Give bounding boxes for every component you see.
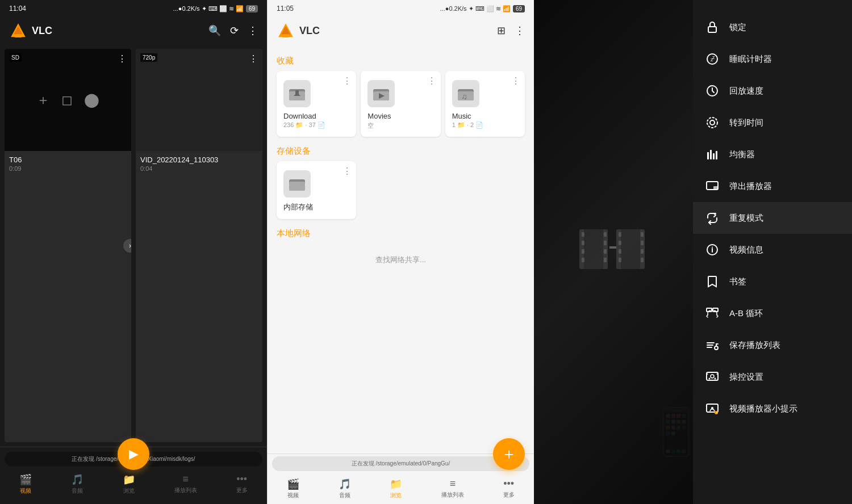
menu-item-speed[interactable]: 回放速度 — [693, 75, 852, 107]
svg-rect-40 — [641, 249, 644, 254]
left-time: 11:04 — [9, 5, 26, 12]
video-grid: SD ⋮ ＋ ◻ ⬤ › T06 0:09 720p ⋮ VID_2022012… — [0, 44, 267, 447]
add-fab[interactable]: ＋ — [493, 438, 525, 470]
playback-speed-icon — [704, 83, 720, 99]
mid-panel: 11:05 ...●0.2K/s ✦ ⌨ ⬜ ≋ 📶 69 VLC ⊞ ⋮ 收藏 — [267, 0, 534, 504]
svg-rect-37 — [619, 258, 621, 262]
menu-item-goto[interactable]: 转到时间 — [693, 107, 852, 138]
folder-download-more[interactable]: ⋮ — [343, 75, 352, 86]
svg-rect-39 — [641, 241, 644, 245]
svg-rect-7 — [282, 36, 290, 37]
stop-icon: ◻ — [61, 92, 73, 108]
left-tab-browse[interactable]: 📁 浏览 — [118, 471, 140, 497]
menu-lock-label: 锁定 — [729, 22, 746, 33]
folder-music[interactable]: ♫ Music 1 📁 · 2 📄 ⋮ — [445, 71, 525, 137]
menu-info-label: 视频信息 — [729, 245, 763, 255]
mid-more-icon[interactable]: ⋮ — [515, 24, 525, 37]
goto-time-icon — [704, 115, 720, 131]
mid-tab-browse[interactable]: 📁 浏览 — [385, 476, 407, 502]
svg-rect-34 — [619, 232, 621, 237]
video-card-1[interactable]: SD ⋮ ＋ ◻ ⬤ › T06 0:09 — [5, 49, 131, 442]
mid-bottom-tabs: 🎬 视频 🎵 音频 📁 浏览 ≡ 播放列表 ••• 更多 — [268, 473, 534, 504]
left-tab-audio[interactable]: 🎵 音频 — [66, 471, 88, 497]
more-icon[interactable]: ⋮ — [248, 24, 258, 37]
menu-popup-label: 弹出播放器 — [729, 181, 772, 192]
grid-view-icon[interactable]: ⊞ — [497, 24, 506, 37]
video-more-btn-2[interactable]: ⋮ — [249, 53, 258, 64]
folder-movies-more[interactable]: ⋮ — [427, 75, 436, 86]
left-tab-video[interactable]: 🎬 视频 — [15, 471, 36, 497]
menu-item-bookmark[interactable]: 书签 — [693, 266, 852, 297]
next-btn[interactable]: › — [123, 239, 131, 253]
svg-point-49 — [710, 120, 715, 125]
mid-tab-playlist[interactable]: ≡ 播放列表 — [437, 476, 469, 502]
favorites-section-title: 收藏 — [277, 56, 525, 66]
repeat-mode-icon — [704, 210, 720, 226]
menu-item-sleep[interactable]: z z 睡眠计时器 — [693, 43, 852, 75]
video-name-2: VID_20220124_110303 — [140, 156, 258, 164]
history-icon[interactable]: ⟳ — [230, 24, 239, 37]
folder-internal[interactable]: 内部存储 ⋮ — [277, 161, 356, 219]
svg-rect-24 — [582, 241, 584, 245]
svg-point-48 — [707, 117, 717, 128]
menu-panel: 锁定 z z 睡眠计时器 回放速度 — [693, 0, 852, 504]
svg-rect-41 — [641, 258, 644, 262]
folder-movies[interactable]: Movies 空 ⋮ — [361, 71, 440, 137]
bg-phone-icon: 📱 — [648, 405, 693, 459]
mid-tab-video-icon: 🎬 — [287, 478, 299, 490]
video-badge-1: SD — [9, 53, 22, 62]
storage-folder-grid: 内部存储 ⋮ — [277, 161, 525, 219]
mid-tab-video[interactable]: 🎬 视频 — [282, 476, 304, 502]
svg-rect-42 — [609, 246, 616, 249]
folder-movies-name: Movies — [367, 112, 391, 120]
left-tab-playlist-icon: ≡ — [183, 473, 189, 485]
menu-item-saveplaylist[interactable]: 保存播放列表 — [693, 329, 852, 361]
mid-tab-more[interactable]: ••• 更多 — [499, 476, 519, 502]
video-duration-1: 0:09 — [9, 165, 127, 172]
left-tab-more[interactable]: ••• 更多 — [232, 471, 252, 497]
svg-rect-2 — [15, 34, 21, 36]
svg-rect-29 — [604, 249, 607, 254]
folder-internal-more[interactable]: ⋮ — [343, 166, 352, 177]
mid-bottom-status: 正在发现 /storage/emulated/0/PangGu/ — [272, 456, 529, 471]
svg-rect-53 — [716, 151, 717, 159]
left-tab-browse-icon: 📁 — [123, 473, 135, 486]
mid-tab-browse-label: 浏览 — [390, 492, 402, 499]
vlc-cone-icon — [9, 22, 27, 40]
video-bg-visual — [574, 218, 653, 286]
menu-item-popup[interactable]: 弹出播放器 — [693, 170, 852, 202]
svg-rect-23 — [582, 232, 584, 237]
mid-vlc-cone-icon — [277, 22, 295, 40]
video-controls-1: ＋ ◻ ⬤ — [36, 91, 99, 109]
menu-item-controls[interactable]: 操控设置 — [693, 361, 852, 393]
mid-time: 11:05 — [277, 5, 294, 12]
save-playlist-icon — [704, 337, 720, 353]
menu-item-lock[interactable]: 锁定 — [693, 11, 852, 43]
menu-item-abloop[interactable]: A-B 循环 — [693, 297, 852, 329]
folder-music-more[interactable]: ⋮ — [511, 75, 520, 86]
svg-rect-50 — [707, 152, 709, 159]
folder-download[interactable]: Download 236 📁 · 37 📄 ⋮ — [277, 71, 356, 137]
menu-item-tips[interactable]: ✦ 视频播放器小提示 — [693, 393, 852, 425]
svg-rect-27 — [604, 232, 607, 237]
svg-rect-19 — [289, 182, 305, 191]
mid-tab-audio[interactable]: 🎵 音频 — [334, 476, 356, 502]
search-icon[interactable]: 🔍 — [208, 24, 221, 37]
left-header-icons: 🔍 ⟳ ⋮ — [208, 24, 258, 37]
video-more-btn-1[interactable]: ⋮ — [118, 53, 127, 64]
svg-rect-51 — [710, 150, 712, 159]
menu-item-info[interactable]: 视频信息 — [693, 234, 852, 266]
left-tab-playlist[interactable]: ≡ 播放列表 — [170, 471, 202, 497]
play-fab[interactable]: ▶ — [118, 438, 149, 470]
video-info-2: VID_20220124_110303 0:04 — [136, 151, 262, 177]
svg-point-68 — [711, 375, 714, 378]
left-panel: 11:04 ...●0.2K/s ✦ ⌨ ⬜ ≋ 📶 69 VLC 🔍 ⟳ ⋮ — [0, 0, 267, 504]
mid-tab-more-icon: ••• — [503, 478, 514, 490]
menu-item-repeat[interactable]: 重复模式 — [693, 202, 852, 234]
menu-speed-label: 回放速度 — [729, 86, 763, 96]
mid-bottom-bar: 正在发现 /storage/emulated/0/PangGu/ 🎬 视频 🎵 … — [268, 453, 534, 504]
menu-item-equalizer[interactable]: 均衡器 — [693, 138, 852, 170]
mid-tab-browse-icon: 📁 — [390, 478, 402, 490]
mid-status-icons: ...●0.2K/s ✦ ⌨ ⬜ ≋ 📶 69 — [440, 5, 525, 12]
video-card-2[interactable]: 720p ⋮ VID_20220124_110303 0:04 — [136, 49, 262, 442]
